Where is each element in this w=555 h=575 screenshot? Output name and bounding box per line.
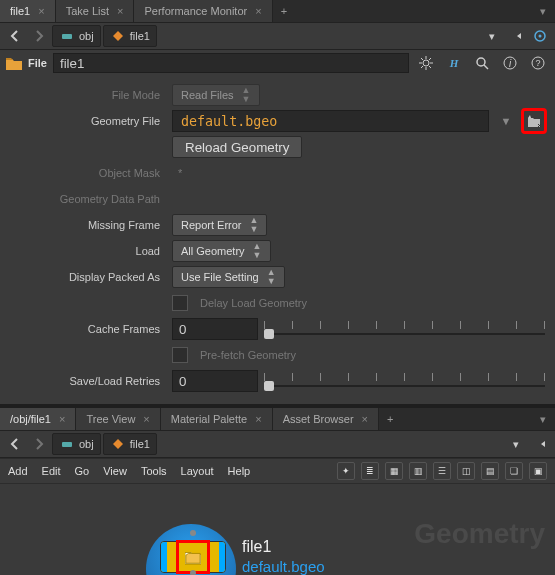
- menu-help[interactable]: Help: [228, 465, 251, 477]
- image-icon[interactable]: ▣: [529, 462, 547, 480]
- cache-frames-slider[interactable]: [264, 319, 545, 339]
- path-root[interactable]: obj: [52, 25, 101, 47]
- path-dropdown-icon[interactable]: ▾: [505, 434, 527, 454]
- grid-icon[interactable]: ▦: [385, 462, 403, 480]
- param-prefetch: Pre-fetch Geometry: [10, 342, 545, 368]
- help-icon[interactable]: ?: [527, 53, 549, 73]
- save-load-retries-input[interactable]: [172, 370, 258, 392]
- close-icon[interactable]: ×: [143, 413, 149, 425]
- list-icon[interactable]: ≣: [361, 462, 379, 480]
- path-dropdown-icon[interactable]: ▾: [481, 26, 503, 46]
- tab-material-palette[interactable]: Material Palette ×: [161, 408, 273, 430]
- svg-rect-0: [62, 34, 72, 39]
- close-icon[interactable]: ×: [117, 5, 123, 17]
- pane-menu-icon[interactable]: ▾: [535, 3, 551, 19]
- parameter-list: File Mode Read Files ▲▼ Geometry File ▼ …: [0, 76, 555, 404]
- node-output-flag[interactable]: [219, 542, 225, 572]
- tab-tree-view[interactable]: Tree View ×: [76, 408, 160, 430]
- nav-toolbar: obj file1 ▾: [0, 23, 555, 50]
- node-output-dot[interactable]: [190, 570, 196, 575]
- geometry-file-input[interactable]: [172, 110, 489, 132]
- tab-asset-browser[interactable]: Asset Browser ×: [273, 408, 379, 430]
- tab-add-button[interactable]: +: [273, 5, 295, 17]
- forward-button[interactable]: [28, 26, 50, 46]
- reload-geometry-button[interactable]: Reload Geometry: [172, 136, 302, 158]
- node-name-input[interactable]: [53, 53, 409, 73]
- object-mask-value: *: [172, 167, 182, 179]
- houdini-icon[interactable]: H: [443, 53, 465, 73]
- close-icon[interactable]: ×: [255, 5, 261, 17]
- param-delay-load: Delay Load Geometry: [10, 290, 545, 316]
- select-value: All Geometry: [181, 245, 245, 257]
- info-icon[interactable]: i: [499, 53, 521, 73]
- cache-frames-input[interactable]: [172, 318, 258, 340]
- close-icon[interactable]: ×: [362, 413, 368, 425]
- path-node[interactable]: file1: [103, 25, 157, 47]
- menu-edit[interactable]: Edit: [42, 465, 61, 477]
- pin-icon[interactable]: [529, 434, 551, 454]
- select-value: Read Files: [181, 89, 234, 101]
- tab-label: file1: [10, 5, 30, 17]
- search-icon[interactable]: [471, 53, 493, 73]
- wand-icon[interactable]: ✦: [337, 462, 355, 480]
- tab-performance-monitor[interactable]: Performance Monitor ×: [134, 0, 272, 22]
- gear-icon[interactable]: [415, 53, 437, 73]
- target-icon[interactable]: [529, 26, 551, 46]
- param-display-packed-as: Display Packed As Use File Setting ▲▼: [10, 264, 545, 290]
- svg-text:?: ?: [535, 58, 540, 68]
- node-body[interactable]: [160, 541, 226, 573]
- param-file-mode: File Mode Read Files ▲▼: [10, 82, 545, 108]
- path-root[interactable]: obj: [52, 433, 101, 455]
- file-header-label: File: [28, 57, 47, 69]
- param-object-mask: Object Mask *: [10, 160, 545, 186]
- tab-take-list[interactable]: Take List ×: [56, 0, 135, 22]
- forward-button[interactable]: [28, 434, 50, 454]
- close-icon[interactable]: ×: [255, 413, 261, 425]
- pane-menu-icon[interactable]: ▾: [535, 411, 551, 427]
- prefetch-checkbox[interactable]: [172, 347, 188, 363]
- load-select[interactable]: All Geometry ▲▼: [172, 240, 271, 262]
- close-icon[interactable]: ×: [38, 5, 44, 17]
- param-label: Load: [10, 245, 166, 257]
- tab-file1[interactable]: file1 ×: [0, 0, 56, 22]
- file-node[interactable]: file1 default.bgeo: [160, 538, 325, 575]
- menu-layout[interactable]: Layout: [181, 465, 214, 477]
- tab-obj-file1[interactable]: /obj/file1 ×: [0, 408, 76, 430]
- menu-view[interactable]: View: [103, 465, 127, 477]
- stack-icon[interactable]: ☰: [433, 462, 451, 480]
- node-input-flag[interactable]: [161, 542, 167, 572]
- tab-label: Tree View: [86, 413, 135, 425]
- path-node[interactable]: file1: [103, 433, 157, 455]
- file-mode-select[interactable]: Read Files ▲▼: [172, 84, 260, 106]
- param-label: Display Packed As: [10, 271, 166, 283]
- param-label: Save/Load Retries: [10, 375, 166, 387]
- param-label: Geometry Data Path: [10, 193, 166, 205]
- pin-icon[interactable]: [505, 26, 527, 46]
- display-packed-as-select[interactable]: Use File Setting ▲▼: [172, 266, 285, 288]
- node-icon[interactable]: ◫: [457, 462, 475, 480]
- chevron-updown-icon: ▲▼: [253, 242, 262, 260]
- missing-frame-select[interactable]: Report Error ▲▼: [172, 214, 267, 236]
- grid2-icon[interactable]: ▥: [409, 462, 427, 480]
- layers-icon[interactable]: ❏: [505, 462, 523, 480]
- menu-tools[interactable]: Tools: [141, 465, 167, 477]
- param-label: Missing Frame: [10, 219, 166, 231]
- tab-add-button[interactable]: +: [379, 413, 401, 425]
- file-chooser-button[interactable]: [523, 110, 545, 132]
- geo-node-icon: [110, 436, 126, 452]
- network-canvas[interactable]: Geometry file1 default.bgeo: [0, 484, 555, 575]
- menu-add[interactable]: Add: [8, 465, 28, 477]
- node-input-dot[interactable]: [190, 530, 196, 536]
- chevron-down-icon[interactable]: ▼: [495, 111, 517, 131]
- delay-load-checkbox[interactable]: [172, 295, 188, 311]
- svg-text:i: i: [509, 58, 512, 69]
- save-load-retries-slider[interactable]: [264, 371, 545, 391]
- param-geometry-file: Geometry File ▼: [10, 108, 545, 134]
- path-node-label: file1: [130, 30, 150, 42]
- back-button[interactable]: [4, 434, 26, 454]
- close-icon[interactable]: ×: [59, 413, 65, 425]
- back-button[interactable]: [4, 26, 26, 46]
- tab-label: /obj/file1: [10, 413, 51, 425]
- palette-icon[interactable]: ▤: [481, 462, 499, 480]
- menu-go[interactable]: Go: [75, 465, 90, 477]
